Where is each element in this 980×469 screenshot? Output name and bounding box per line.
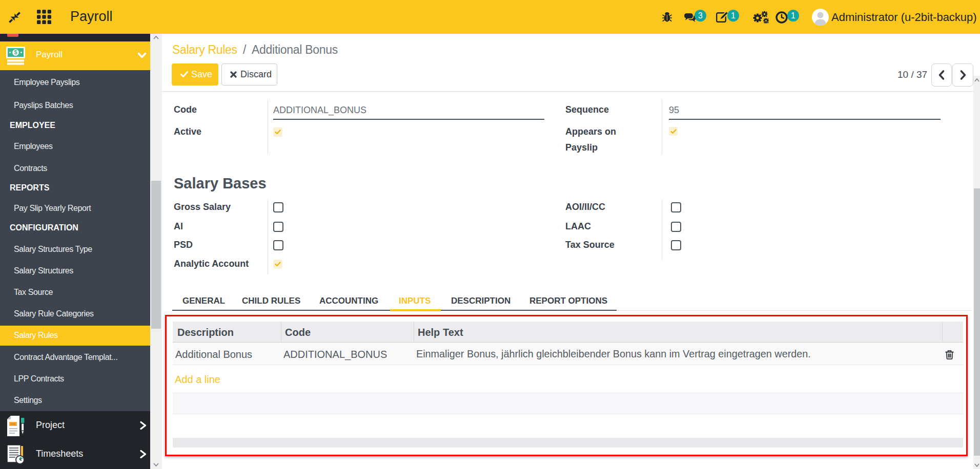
svg-text:$: $: [14, 49, 17, 55]
